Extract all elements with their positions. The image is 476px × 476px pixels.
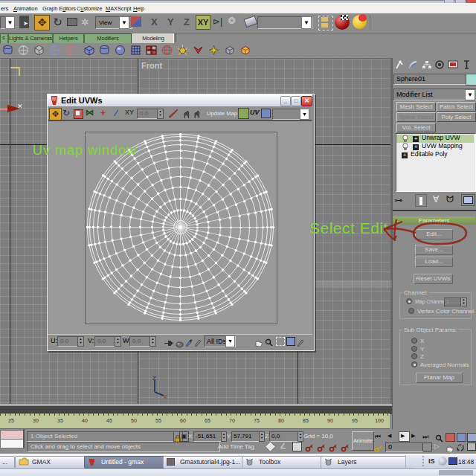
svg-text:x: x	[164, 393, 167, 399]
svg-text:Z: Z	[152, 376, 156, 382]
